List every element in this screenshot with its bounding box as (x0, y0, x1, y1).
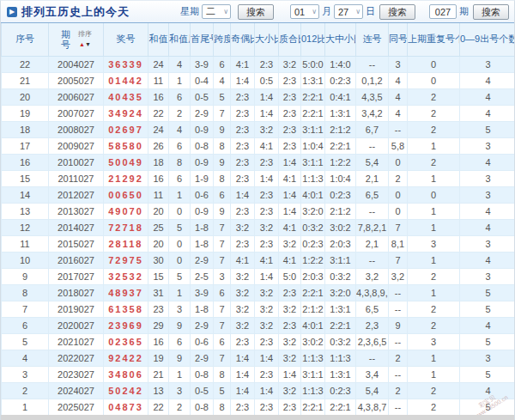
cell-sum-tail: 3 (169, 382, 191, 399)
cell-big-small-ratio: 3:2 (255, 317, 279, 333)
cell-digit-count: 4 (460, 252, 515, 268)
cell-consecutive: 2,3 (356, 317, 389, 333)
cell-big-small-ratio: 3:2 (255, 121, 279, 137)
cell-sum: 19 (148, 350, 169, 366)
cell-big-mid-small-ratio: 2:2:1 (325, 399, 356, 415)
cell-prev-repeat-count: 3 (408, 235, 460, 252)
cell-same: -- (389, 333, 408, 350)
cell-sum-tail: 4 (169, 121, 191, 137)
cell-012-ratio: 1:0:4 (301, 137, 325, 154)
cell-sum: 29 (148, 317, 169, 333)
chevron-down-icon: ∨ (223, 8, 228, 15)
cell-012-ratio: 2:1:2 (301, 301, 325, 317)
cell-winning-number: 04873 (104, 399, 148, 415)
cell-first-last: 0-9 (191, 121, 214, 137)
cell-digit-count: 4 (460, 88, 515, 105)
sort-control[interactable]: 排序 ▲▼ (78, 31, 92, 48)
cell-span: 5 (214, 88, 231, 105)
date-search-group: 01∨ 月 27∨ 日 搜索 (288, 4, 415, 20)
table-row: 16 2010027 50049 18 8 0-9 9 2:3 2:3 1:4 … (2, 154, 515, 170)
cell-012-ratio: 3:1:1 (301, 121, 325, 137)
cell-winning-number: 49070 (104, 203, 148, 219)
cell-consecutive: -- (356, 137, 389, 154)
cell-first-last: 0-8 (191, 399, 214, 415)
cell-012-ratio: 2:2:1 (301, 88, 325, 105)
header-issue-label: 期号 (60, 29, 71, 50)
cell-sum-tail: 9 (169, 350, 191, 366)
cell-sum: 31 (148, 284, 169, 301)
cell-prime-composite-ratio: 2:3 (279, 105, 301, 121)
cell-012-ratio: 3:1:1 (301, 366, 325, 382)
header-consecutive: 连号 (356, 23, 389, 56)
cell-consecutive: 6,7 (356, 121, 389, 137)
cell-issue: 2004027 (49, 56, 104, 72)
cell-sum: 20 (148, 235, 169, 252)
sort-desc-icon[interactable]: ▼ (85, 41, 91, 47)
cell-same: 2 (389, 382, 408, 399)
cell-span: 7 (214, 350, 231, 366)
cell-consecutive: -- (356, 56, 389, 72)
cell-winning-number: 72718 (104, 219, 148, 235)
cell-digit-count: 5 (460, 301, 515, 317)
table-row: 7 2019027 61358 23 3 1-8 7 3:2 3:2 3:2 2… (2, 301, 515, 317)
cell-big-small-ratio: 3:2 (255, 219, 279, 235)
cell-sum: 15 (148, 268, 169, 284)
cell-span: 8 (214, 366, 231, 382)
header-odd-even-ratio: 奇偶比 (231, 23, 255, 56)
cell-sum: 11 (148, 186, 169, 203)
cell-consecutive: 3,4,2 (356, 105, 389, 121)
cell-digit-count: 5 (460, 333, 515, 350)
cell-consecutive: -- (356, 203, 389, 219)
table-row: 21 2005027 01442 11 1 0-4 4 1:4 0:5 2:3 … (2, 72, 515, 88)
issue-input[interactable] (429, 4, 457, 19)
cell-sum-tail: 8 (169, 154, 191, 170)
table-row: 12 2014027 72718 25 5 1-8 7 3:2 3:2 4:1 … (2, 219, 515, 235)
cell-first-last: 0-6 (191, 186, 214, 203)
cell-winning-number: 50242 (104, 382, 148, 399)
cell-big-small-ratio: 1:4 (255, 382, 279, 399)
cell-sum: 25 (148, 219, 169, 235)
cell-odd-even-ratio: 1:4 (231, 366, 255, 382)
cell-first-last: 1-9 (191, 170, 214, 186)
cell-span: 8 (214, 170, 231, 186)
cell-winning-number: 28118 (104, 235, 148, 252)
header-same: 同号 (389, 23, 408, 56)
cell-012-ratio: 1:1:3 (301, 382, 325, 399)
cell-big-small-ratio: 1:4 (255, 88, 279, 105)
cell-012-ratio: 1:1:3 (301, 350, 325, 366)
cell-issue: 2023027 (49, 366, 104, 382)
cell-prime-composite-ratio: 3:2 (279, 382, 301, 399)
cell-sum-tail: 6 (169, 333, 191, 350)
cell-winning-number: 48937 (104, 284, 148, 301)
cell-sum-tail: 9 (169, 317, 191, 333)
table-row: 19 2007027 34924 22 2 2-9 7 2:3 1:4 2:3 … (2, 105, 515, 121)
cell-big-small-ratio: 4:1 (255, 252, 279, 268)
week-select[interactable]: 二∨ (202, 4, 231, 19)
month-select[interactable]: 01∨ (290, 4, 319, 19)
cell-consecutive: 0,1,2 (356, 72, 389, 88)
cell-same: 3 (389, 56, 408, 72)
cell-big-mid-small-ratio: 2:2:1 (325, 137, 356, 154)
cell-digit-count: 4 (460, 105, 515, 121)
issue-search-button[interactable]: 搜索 (473, 4, 509, 20)
date-search-button[interactable]: 搜索 (379, 4, 415, 20)
table-row: 5 2021027 02365 16 6 0-6 6 2:3 2:3 3:2 3… (2, 333, 515, 350)
day-select[interactable]: 27∨ (334, 4, 363, 19)
cell-big-mid-small-ratio: 2:1:2 (325, 121, 356, 137)
cell-prev-repeat-count: 2 (408, 121, 460, 137)
cell-odd-even-ratio: 1:4 (231, 350, 255, 366)
cell-big-mid-small-ratio: 1:4:0 (325, 56, 356, 72)
cell-odd-even-ratio: 3:2 (231, 301, 255, 317)
cell-prime-composite-ratio: 5:0 (279, 268, 301, 284)
week-search-button[interactable]: 搜索 (238, 4, 274, 20)
cell-winning-number: 72975 (104, 252, 148, 268)
cell-prev-repeat-count: 0 (408, 186, 460, 203)
cell-winning-number: 92422 (104, 350, 148, 366)
cell-span: 6 (214, 284, 231, 301)
cell-first-last: 3-9 (191, 284, 214, 301)
cell-span: 6 (214, 186, 231, 203)
sort-asc-icon[interactable]: ▲ (79, 41, 85, 47)
cell-prime-composite-ratio: 1:4 (279, 203, 301, 219)
cell-digit-count: 4 (460, 382, 515, 399)
cell-span: 5 (214, 382, 231, 399)
